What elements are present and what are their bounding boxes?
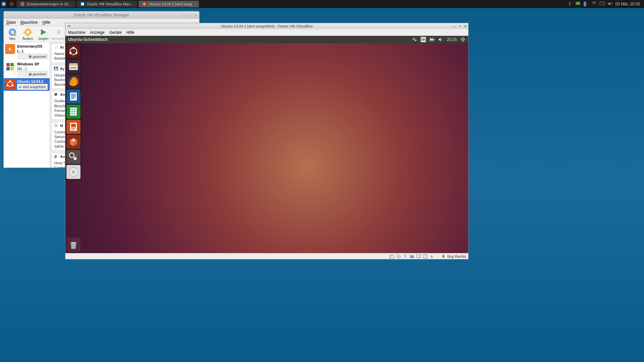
toolbar-settings-button[interactable]: Ändern xyxy=(20,28,35,41)
launcher-impress-icon[interactable] xyxy=(66,120,80,134)
menu-geraete[interactable]: Geräte xyxy=(109,30,122,35)
unity-panel-title: Ubuntu-Schreibtisch xyxy=(68,37,108,42)
network-updown-icon[interactable] xyxy=(412,37,417,42)
window-titlebar[interactable]: Oracle VM VirtualBox Manager — ▢ ✕ xyxy=(4,11,199,19)
svg-point-17 xyxy=(26,31,29,34)
new-vm-icon xyxy=(8,28,17,37)
volume-icon[interactable] xyxy=(438,37,443,42)
menu-datei[interactable]: Datei xyxy=(6,20,16,25)
svg-rect-63 xyxy=(71,124,76,127)
svg-rect-35 xyxy=(434,39,434,40)
svg-point-33 xyxy=(12,85,14,86)
launcher-dash-icon[interactable] xyxy=(66,44,80,58)
vm-name: Windows XP (Si…) xyxy=(17,62,48,71)
battery-icon[interactable] xyxy=(429,37,435,42)
display-icon[interactable] xyxy=(416,254,421,259)
toolbar-show-button[interactable]: Zeigen xyxy=(36,28,51,41)
hostkey-label: Strg Rechts xyxy=(447,254,466,258)
launcher-writer-icon[interactable] xyxy=(66,89,80,104)
vm-list: e ElementaryOS (…) gesichert Windows XP … xyxy=(4,42,50,168)
host-menu-icon[interactable] xyxy=(0,0,7,8)
bluetooth-icon[interactable] xyxy=(567,1,573,7)
usb-icon[interactable] xyxy=(403,254,408,259)
host-system-tray: 03 Mär, 20:25 xyxy=(567,1,644,7)
dropdown-icon[interactable] xyxy=(67,24,71,28)
toolbar-label: Verwerfen xyxy=(51,37,66,41)
toolbar-label: Neu xyxy=(9,37,15,41)
window-title: Oracle VM VirtualBox Manager xyxy=(74,13,129,17)
svg-text:A: A xyxy=(72,138,74,142)
host-app-icon[interactable] xyxy=(8,0,15,8)
vm-name: ElementaryOS (…) xyxy=(17,44,48,54)
svg-point-3 xyxy=(21,3,23,5)
svg-point-1 xyxy=(10,2,14,6)
svg-point-68 xyxy=(73,157,77,160)
vm-status: gesichert xyxy=(17,54,48,60)
vm-statusbar: Strg Rechts xyxy=(65,253,468,259)
svg-rect-27 xyxy=(6,67,10,70)
menu-hilfe[interactable]: Hilfe xyxy=(126,30,134,35)
vm-list-item-selected[interactable]: Ubuntu 14.04.2 wird ausgeführt xyxy=(4,78,50,91)
menu-maschine[interactable]: Maschine xyxy=(20,20,38,25)
svg-point-79 xyxy=(398,256,399,257)
window-titlebar[interactable]: Ubuntu 14.04.2 [wird ausgeführt] - Oracl… xyxy=(65,23,468,29)
vm-list-item[interactable]: Windows XP (Si…) gesichert xyxy=(4,61,50,78)
svg-point-72 xyxy=(71,242,76,243)
launcher-software-center-icon[interactable]: A xyxy=(66,135,80,149)
volume-icon[interactable] xyxy=(607,1,613,7)
menu-hilfe[interactable]: Hilfe xyxy=(42,20,50,25)
window-minimize-icon[interactable]: — xyxy=(452,24,457,28)
capture-icon[interactable] xyxy=(423,254,428,259)
launcher-disc-icon[interactable] xyxy=(66,165,80,179)
wifi-icon[interactable] xyxy=(591,1,597,7)
toolbar-label: Zeigen xyxy=(38,37,49,41)
svg-rect-28 xyxy=(10,67,14,70)
svg-rect-76 xyxy=(390,255,394,258)
hostkey-indicator[interactable]: Strg Rechts xyxy=(441,254,466,259)
host-clock[interactable]: 03 Mär, 20:25 xyxy=(615,2,640,6)
window-close-icon[interactable]: ✕ xyxy=(463,24,468,28)
menubar: Maschine Anzeige Geräte Hilfe xyxy=(65,29,468,36)
vm-guest-window: Ubuntu 14.04.2 [wird ausgeführt] - Oracl… xyxy=(65,23,469,259)
launcher-firefox-icon[interactable] xyxy=(66,74,80,88)
menu-anzeige[interactable]: Anzeige xyxy=(90,30,104,35)
taskbar-item-firefox[interactable]: [Gasterweiterungen in Vir… xyxy=(17,1,75,7)
unity-clock[interactable]: 20:25 xyxy=(447,37,457,42)
launcher-calc-icon[interactable] xyxy=(66,105,80,119)
gear-icon[interactable] xyxy=(460,37,466,42)
toolbar-new-button[interactable]: Neu xyxy=(5,28,20,41)
window-maximize-icon[interactable]: ▢ xyxy=(187,13,192,17)
window-maximize-icon[interactable]: + xyxy=(458,24,462,28)
guest-desktop[interactable]: Ubuntu-Schreibtisch De 20:25 A xyxy=(65,36,468,253)
menu-maschine[interactable]: Maschine xyxy=(68,30,85,35)
taskbar-item-vbox-manager[interactable]: Oracle VM VirtualBox Man… xyxy=(77,1,137,7)
disc-icon[interactable] xyxy=(396,254,401,259)
keyboard-layout-indicator[interactable]: De xyxy=(421,37,426,42)
mail-icon[interactable] xyxy=(599,1,605,7)
display-icon[interactable] xyxy=(575,1,581,7)
svg-rect-11 xyxy=(584,1,586,2)
unity-launcher: A xyxy=(65,43,82,180)
svg-point-46 xyxy=(75,52,77,54)
svg-rect-26 xyxy=(10,63,14,66)
vm-os-icon xyxy=(5,79,15,89)
svg-point-32 xyxy=(7,85,8,86)
battery-icon[interactable] xyxy=(583,1,589,7)
taskbar-item-vm-guest[interactable]: Ubuntu 14.04.2 [wird ausg… xyxy=(139,1,199,7)
window-close-icon[interactable]: ✕ xyxy=(193,13,198,17)
taskbar-label: Oracle VM VirtualBox Man… xyxy=(87,2,134,6)
launcher-trash-icon[interactable] xyxy=(66,238,80,252)
vm-os-icon xyxy=(5,62,15,72)
vm-list-item[interactable]: e ElementaryOS (…) gesichert xyxy=(4,43,50,61)
svg-point-45 xyxy=(69,52,71,54)
general-icon: 📄 xyxy=(54,45,58,50)
launcher-files-icon[interactable] xyxy=(66,59,80,73)
window-minimize-icon[interactable]: — xyxy=(181,13,186,17)
launcher-settings-icon[interactable] xyxy=(66,150,80,164)
svg-point-31 xyxy=(9,80,11,82)
virtualbox-icon xyxy=(80,2,85,6)
system-icon: 💾 xyxy=(54,66,58,71)
mouse-integration-icon[interactable] xyxy=(430,254,434,259)
shared-folder-icon[interactable] xyxy=(410,254,414,259)
hdd-icon[interactable] xyxy=(389,254,394,259)
